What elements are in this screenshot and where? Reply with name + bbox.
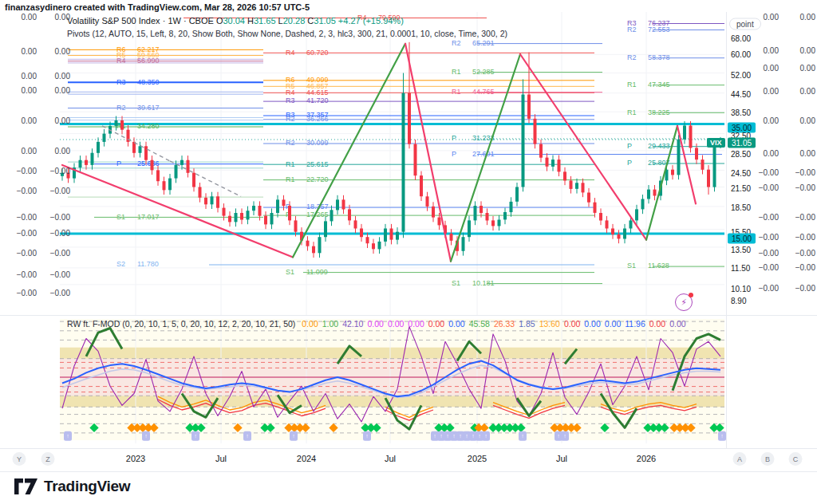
indicator-value: 0.00 [6, 72, 37, 81]
price-tick-label: 38.50 [731, 108, 751, 117]
candle-body [515, 187, 519, 202]
indicator-value: 0.00 [787, 87, 815, 96]
oscillator-panel-canvas[interactable]: ↑↑↑↑↑↑↑↑↑↑↑↑↑↑↑↑↑↑↑ [0, 316, 817, 449]
hotkey-button-z[interactable]: Z [41, 452, 55, 466]
hotkey-button-b[interactable]: B [761, 452, 775, 466]
candle-body [228, 216, 231, 222]
oscillator-value: 26.33 [494, 319, 515, 329]
indicator-value: −0.00 [748, 263, 779, 272]
oscillator-value: 42.10 [342, 319, 363, 329]
pivots-indicator-legend[interactable]: Pivots (12, AUTO, 15, Left, 8, 20, Show … [67, 29, 507, 38]
indicator-value: −0.00 [6, 229, 37, 238]
pivot-label-value: 29.433 [648, 142, 670, 150]
oscillator-title: RW ft. F-MOD (0, 20, 10, 1, 5, 0, 20, 10… [67, 319, 298, 329]
up-arrow-glyph: ↑ [465, 433, 468, 439]
indicator-value: −0.00 [41, 167, 70, 175]
symbol-legend[interactable]: Volatility S&P 500 Index · 1W · CBOE O30… [67, 16, 404, 26]
candle-body [144, 146, 148, 159]
candle-body [282, 199, 286, 206]
candle-body [606, 220, 609, 228]
up-arrow-glyph: ↑ [557, 433, 560, 439]
pivot-label-name: R1 [452, 68, 461, 76]
price-axis[interactable]: point68.0060.0052.0044.5038.5035.0032.50… [726, 12, 768, 449]
indicator-value: −0.00 [787, 213, 815, 222]
legend-segment: 31.65 [254, 16, 278, 26]
pivot-label-value: 25.686 [137, 159, 160, 167]
indicator-value: 0.00 [6, 47, 37, 56]
indicator-value: 0.00 [6, 147, 37, 156]
pivot-label-name: R2 [286, 115, 295, 123]
zigzag-segment [451, 54, 520, 262]
candle-body [653, 190, 657, 196]
candle-body [426, 196, 429, 207]
pivot-label-name: P [627, 159, 632, 167]
instant-trading-icon[interactable]: ⚡ [675, 293, 693, 311]
oscillator-value: 0.00 [649, 319, 665, 329]
candle-body [630, 220, 633, 228]
candle-body [527, 95, 531, 119]
candle-body [713, 144, 716, 187]
candle-body [276, 199, 279, 213]
price-chart-canvas[interactable]: R479.590R662.217R559.560R456.990R348.350… [0, 0, 817, 316]
indicator-value: 0.00 [787, 13, 815, 22]
candle-body [647, 190, 650, 199]
symbol-price-tag: VIX [707, 138, 725, 148]
candle-body [462, 237, 465, 251]
candle-body [270, 213, 274, 224]
indicator-value: −0.00 [787, 168, 815, 177]
pivot-label-name: R2 [286, 139, 295, 147]
candle-body [438, 218, 441, 226]
khaki-band [60, 348, 724, 359]
tradingview-chart-screenshot: finanzasydinero created with TradingView… [0, 0, 817, 504]
up-arrow-glyph: ↑ [365, 433, 369, 439]
price-badge: 31.05 [728, 138, 756, 148]
indicator-value: 0.00 [748, 13, 779, 22]
indicator-value: −0.00 [787, 249, 815, 258]
oscillator-value: 0.00 [605, 319, 621, 329]
indicator-value: 0.00 [748, 149, 779, 158]
pivot-label-value: 25.615 [306, 160, 329, 168]
pivot-label-value: 36.266 [306, 115, 329, 123]
brand-name: TradingView [44, 478, 130, 495]
pivot-label-value: 47.345 [648, 81, 670, 89]
hotkey-button-y[interactable]: Y [13, 452, 26, 466]
pivot-label-name: R2 [627, 26, 637, 33]
panel-separator[interactable] [0, 315, 817, 316]
zigzag-dashed-segment [170, 161, 241, 196]
indicator-value: −0.00 [41, 187, 70, 195]
candle-body [683, 126, 686, 140]
indicator-value: −0.00 [6, 289, 37, 297]
candle-body [91, 153, 94, 165]
pivot-label-name: R4 [116, 57, 126, 65]
pivot-label-name: S2 [116, 260, 125, 268]
oscillator-value: 0.00 [408, 319, 424, 329]
candle-body [623, 229, 626, 239]
candle-body [510, 202, 513, 212]
candle-body [468, 220, 471, 237]
candle-body [187, 160, 190, 173]
hotkey-button-a[interactable]: A [733, 452, 747, 466]
up-arrow-glyph: ↑ [433, 433, 436, 439]
candle-body [223, 208, 226, 216]
tradingview-brand[interactable]: TradingView [14, 478, 130, 495]
indicator-value: −0.00 [748, 213, 779, 222]
oscillator-value: 0.00 [669, 319, 685, 329]
pivot-label-name: S1 [116, 213, 125, 221]
up-arrow-glyph: ↑ [484, 433, 487, 439]
pivot-label-name: R1 [286, 175, 295, 183]
candle-body [175, 165, 178, 179]
pivot-label-value: 11.099 [306, 268, 328, 276]
up-arrow-glyph: ↑ [521, 433, 524, 439]
candle-body [635, 209, 638, 220]
hotkey-button-c[interactable]: C [789, 452, 803, 466]
oscillator-value: 1.85 [519, 319, 535, 329]
candle-body [306, 241, 310, 246]
candle-body [582, 183, 585, 192]
indicator-value: 0.00 [748, 87, 779, 96]
pivot-label-value: 30.099 [306, 139, 329, 147]
oscillator-legend[interactable]: RW ft. F-MOD (0, 20, 10, 1, 5, 0, 20, 10… [67, 319, 686, 329]
candle-body [312, 246, 315, 254]
time-axis[interactable]: 2023Jul2024Jul2025Jul2026YZABC [0, 449, 817, 471]
candle-body [396, 232, 399, 240]
candle-body [599, 213, 602, 221]
